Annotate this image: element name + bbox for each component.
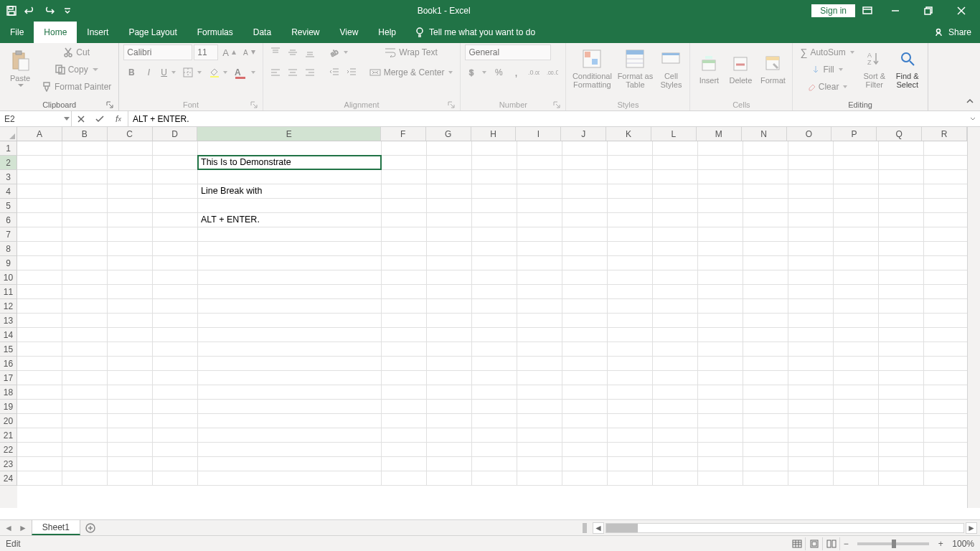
ribbon-display-options-button[interactable]: [857, 2, 878, 19]
formula-cancel-button[interactable]: [72, 111, 90, 126]
borders-button[interactable]: [180, 65, 204, 80]
zoom-out-button[interactable]: −: [840, 539, 852, 549]
row-header-14[interactable]: 14: [0, 328, 17, 342]
clear-button[interactable]: Clear: [797, 79, 857, 95]
col-header-Q[interactable]: Q: [877, 127, 922, 141]
row-header-24[interactable]: 24: [0, 471, 17, 486]
align-center-button[interactable]: [285, 65, 301, 80]
italic-button[interactable]: I: [141, 65, 156, 80]
decrease-indent-button[interactable]: [326, 65, 342, 80]
col-header-L[interactable]: L: [651, 127, 697, 141]
tab-page-layout[interactable]: Page Layout: [118, 22, 187, 43]
copy-button[interactable]: Copy: [39, 62, 114, 77]
zoom-slider[interactable]: [857, 542, 929, 545]
increase-indent-button[interactable]: [344, 65, 359, 80]
align-right-button[interactable]: [302, 65, 318, 80]
row-header-17[interactable]: 17: [0, 371, 17, 385]
row-header-15[interactable]: 15: [0, 342, 17, 357]
format-cells-button[interactable]: Format: [758, 44, 788, 92]
row-header-20[interactable]: 20: [0, 414, 17, 428]
sheet-split-handle[interactable]: [583, 523, 587, 533]
font-launcher[interactable]: [250, 100, 258, 109]
font-size-combo[interactable]: [194, 44, 218, 60]
new-sheet-button[interactable]: [80, 520, 100, 535]
find-select-button[interactable]: Find & Select: [892, 44, 923, 92]
sign-in-button[interactable]: Sign in: [811, 4, 855, 17]
cells-area[interactable]: This Is to DemonstrateLine Break withALT…: [17, 141, 967, 508]
row-header-11[interactable]: 11: [0, 285, 17, 299]
tab-home[interactable]: Home: [34, 22, 77, 43]
clipboard-launcher[interactable]: [105, 100, 114, 109]
col-header-P[interactable]: P: [831, 127, 877, 141]
name-box[interactable]: E2: [0, 111, 72, 126]
cut-button[interactable]: Cut: [39, 44, 114, 60]
decrease-decimal-button[interactable]: .00.0: [544, 65, 561, 80]
decrease-font-button[interactable]: A: [240, 44, 258, 60]
sort-filter-button[interactable]: AZ Sort & Filter: [860, 44, 889, 92]
insert-cells-button[interactable]: Insert: [694, 44, 723, 92]
row-header-6[interactable]: 6: [0, 213, 17, 227]
qat-customize-button[interactable]: [59, 2, 76, 19]
col-header-N[interactable]: N: [742, 127, 787, 141]
fx-icon[interactable]: fx: [109, 114, 128, 124]
sheet-prev-button[interactable]: ◄: [4, 523, 13, 533]
cell-styles-button[interactable]: Cell Styles: [656, 44, 685, 92]
row-header-16[interactable]: 16: [0, 357, 17, 371]
tab-formulas[interactable]: Formulas: [187, 22, 243, 43]
tab-data[interactable]: Data: [243, 22, 281, 43]
row-header-8[interactable]: 8: [0, 242, 17, 256]
col-header-G[interactable]: G: [426, 127, 471, 141]
col-header-R[interactable]: R: [922, 127, 967, 141]
increase-decimal-button[interactable]: .0.00: [525, 65, 542, 80]
format-as-table-button[interactable]: Format as Table: [616, 44, 654, 92]
save-button[interactable]: [3, 2, 20, 19]
comma-button[interactable]: ,: [508, 65, 524, 80]
row-header-7[interactable]: 7: [0, 227, 17, 242]
row-header-5[interactable]: 5: [0, 199, 17, 213]
redo-button[interactable]: [40, 2, 57, 19]
align-top-button[interactable]: [268, 44, 283, 60]
minimize-button[interactable]: [880, 0, 911, 22]
tab-insert[interactable]: Insert: [77, 22, 118, 43]
hscroll-right-button[interactable]: ►: [966, 522, 977, 534]
col-header-B[interactable]: B: [62, 127, 108, 141]
col-header-I[interactable]: I: [516, 127, 561, 141]
formula-expand-button[interactable]: [966, 111, 980, 126]
vertical-scrollbar[interactable]: [967, 127, 980, 508]
font-color-button[interactable]: A: [232, 65, 258, 80]
wrap-text-button[interactable]: Wrap Text: [367, 44, 456, 60]
zoom-level[interactable]: 100%: [952, 539, 974, 549]
formula-input[interactable]: [128, 111, 966, 126]
maximize-button[interactable]: [913, 0, 944, 22]
font-name-combo[interactable]: [123, 44, 192, 60]
row-header-18[interactable]: 18: [0, 385, 17, 400]
sheet-tab-active[interactable]: Sheet1: [32, 520, 80, 535]
row-header-9[interactable]: 9: [0, 256, 17, 270]
accounting-format-button[interactable]: $: [465, 65, 489, 80]
col-header-J[interactable]: J: [561, 127, 606, 141]
autosum-button[interactable]: ∑AutoSum: [797, 44, 857, 60]
collapse-ribbon-button[interactable]: [963, 95, 977, 109]
align-left-button[interactable]: [268, 65, 283, 80]
increase-font-button[interactable]: A: [220, 44, 239, 60]
tell-me-search[interactable]: Tell me what you want to do: [406, 22, 544, 43]
number-launcher[interactable]: [552, 100, 561, 109]
col-header-K[interactable]: K: [606, 127, 651, 141]
view-page-break-button[interactable]: [823, 537, 840, 550]
conditional-formatting-button[interactable]: Conditional Formatting: [570, 44, 613, 92]
share-button[interactable]: Share: [927, 22, 980, 43]
col-header-C[interactable]: C: [108, 127, 153, 141]
align-bottom-button[interactable]: [302, 44, 318, 60]
row-header-21[interactable]: 21: [0, 428, 17, 443]
formula-enter-button[interactable]: [90, 111, 109, 126]
paste-button[interactable]: Paste: [4, 44, 36, 92]
format-painter-button[interactable]: Format Painter: [39, 79, 114, 95]
row-header-22[interactable]: 22: [0, 443, 17, 457]
row-header-23[interactable]: 23: [0, 457, 17, 471]
col-header-E[interactable]: E: [197, 127, 380, 141]
fill-color-button[interactable]: [206, 65, 230, 80]
tab-file[interactable]: File: [0, 22, 34, 43]
alignment-launcher[interactable]: [447, 100, 456, 109]
hscroll-track[interactable]: [606, 523, 964, 533]
row-header-2[interactable]: 2: [0, 156, 17, 170]
